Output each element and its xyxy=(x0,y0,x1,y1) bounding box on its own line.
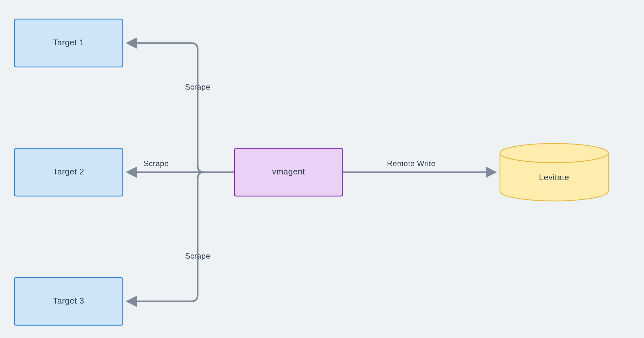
edge-scrape-1-label: Scrape xyxy=(185,83,210,91)
node-target-1-label: Target 1 xyxy=(53,38,84,47)
edge-scrape-1: Scrape xyxy=(128,43,210,172)
architecture-diagram: Target 1 Target 2 Target 3 vmagent Levit… xyxy=(0,0,644,338)
node-agent-label: vmagent xyxy=(272,167,305,176)
node-target-2: Target 2 xyxy=(14,148,123,196)
svg-point-4 xyxy=(500,143,608,163)
node-target-3-label: Target 3 xyxy=(53,296,84,305)
edge-remote-write-label: Remote Write xyxy=(387,159,435,168)
node-agent: vmagent xyxy=(234,148,343,196)
node-target-3: Target 3 xyxy=(14,277,123,325)
edge-scrape-2: Scrape xyxy=(128,159,234,172)
node-store: Levitate xyxy=(500,143,608,201)
node-target-1: Target 1 xyxy=(14,19,123,67)
edge-scrape-3: Scrape xyxy=(128,172,210,301)
edge-scrape-2-label: Scrape xyxy=(143,159,169,168)
node-store-label: Levitate xyxy=(539,173,569,182)
edge-scrape-3-label: Scrape xyxy=(185,252,210,260)
edge-remote-write: Remote Write xyxy=(343,159,495,172)
node-target-2-label: Target 2 xyxy=(53,167,84,176)
